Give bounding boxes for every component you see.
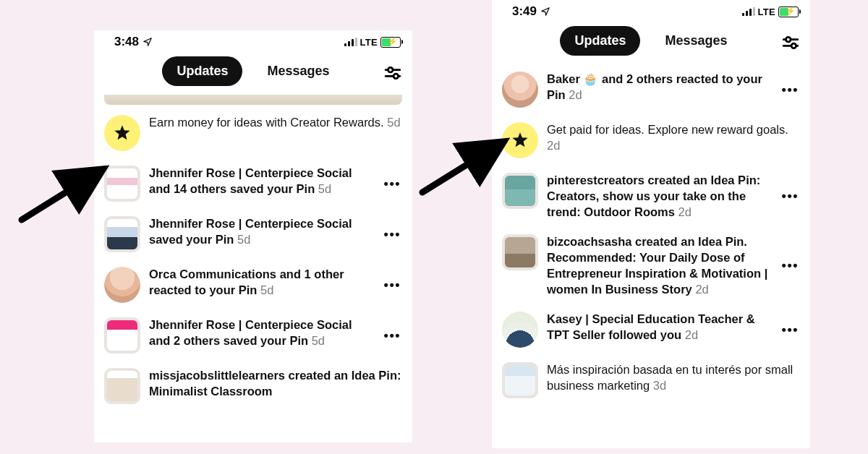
status-bar: 3:49 LTE ⚡ bbox=[492, 0, 810, 20]
svg-point-5 bbox=[786, 37, 791, 42]
notification-text: Orca Communications and 1 other reacted … bbox=[149, 267, 374, 299]
timestamp: 2d bbox=[685, 328, 698, 341]
tab-updates[interactable]: Updates bbox=[560, 26, 640, 56]
notification-row[interactable]: bizcoachsasha created an Idea Pin. Recom… bbox=[492, 227, 810, 304]
notification-row[interactable]: Baker 🧁 and 2 others reacted to your Pin… bbox=[492, 64, 810, 115]
notification-row[interactable]: missjacobslittlelearners created an Idea… bbox=[94, 361, 412, 411]
timestamp: 3d bbox=[653, 379, 666, 392]
timestamp: 2d bbox=[695, 283, 708, 296]
notification-text: Kasey | Special Education Teacher & TPT … bbox=[547, 312, 772, 343]
pin-thumb bbox=[502, 362, 538, 398]
status-bar: 3:48 LTE ⚡ bbox=[94, 30, 412, 51]
notification-row[interactable]: Orca Communications and 1 other reacted … bbox=[94, 260, 412, 310]
star-icon bbox=[104, 115, 140, 151]
more-button[interactable]: ••• bbox=[383, 328, 402, 343]
notification-list: Baker 🧁 and 2 others reacted to your Pin… bbox=[492, 64, 810, 408]
star-icon bbox=[502, 122, 538, 158]
notification-row[interactable]: Más inspiración basada en tu interés por… bbox=[492, 355, 810, 406]
timestamp: 2d bbox=[547, 139, 560, 152]
notification-row[interactable]: Jhennifer Rose | Centerpiece Social and … bbox=[94, 158, 412, 209]
phone-left: 3:48 LTE ⚡ Updates Messages Earn money f… bbox=[94, 30, 412, 442]
tab-messages[interactable]: Messages bbox=[650, 26, 741, 56]
notification-text: Get paid for ideas. Explore new reward g… bbox=[547, 122, 800, 154]
notification-row[interactable]: Jhennifer Rose | Centerpiece Social save… bbox=[94, 209, 412, 260]
tab-messages[interactable]: Messages bbox=[252, 56, 344, 86]
network-label: LTE bbox=[758, 7, 776, 17]
timestamp: 2d bbox=[678, 205, 692, 218]
pin-thumb bbox=[502, 173, 538, 209]
svg-point-3 bbox=[393, 74, 399, 79]
notification-text: missjacobslittlelearners created an Idea… bbox=[149, 368, 402, 400]
phone-right: 3:49 LTE ⚡ Updates Messages Baker 🧁 and … bbox=[492, 0, 810, 448]
tab-bar: Updates Messages bbox=[492, 20, 810, 64]
timestamp: 5d bbox=[318, 182, 331, 195]
more-button[interactable]: ••• bbox=[383, 176, 402, 192]
more-button[interactable]: ••• bbox=[780, 258, 800, 273]
clock: 3:48 bbox=[114, 35, 139, 49]
previous-item-peek bbox=[104, 95, 402, 105]
notification-row[interactable]: Jhennifer Rose | Centerpiece Social and … bbox=[94, 310, 412, 361]
timestamp: 2d bbox=[569, 88, 582, 101]
avatar-thumb bbox=[104, 267, 140, 303]
notification-text: Jhennifer Rose | Centerpiece Social save… bbox=[149, 216, 374, 248]
location-icon bbox=[142, 37, 153, 47]
signal-icon bbox=[344, 38, 357, 46]
pin-thumb bbox=[104, 216, 140, 252]
svg-line-8 bbox=[22, 172, 98, 220]
notification-text: pinterestcreators created an Idea Pin: C… bbox=[547, 173, 772, 220]
notification-text: bizcoachsasha created an Idea Pin. Recom… bbox=[547, 234, 772, 297]
svg-point-7 bbox=[791, 43, 796, 48]
timestamp: 5d bbox=[260, 283, 273, 296]
tab-bar: Updates Messages bbox=[94, 51, 412, 95]
notification-text: Jhennifer Rose | Centerpiece Social and … bbox=[149, 166, 374, 197]
network-label: LTE bbox=[360, 37, 378, 48]
more-button[interactable]: ••• bbox=[383, 227, 402, 242]
signal-icon bbox=[742, 7, 755, 16]
notification-list: Earn money for ideas with Creator Reward… bbox=[94, 108, 412, 414]
tab-updates[interactable]: Updates bbox=[162, 56, 242, 86]
notification-text: Más inspiración basada en tu interés por… bbox=[547, 362, 800, 394]
notification-text: Jhennifer Rose | Centerpiece Social and … bbox=[149, 317, 374, 349]
clock: 3:49 bbox=[512, 4, 537, 19]
avatar-thumb bbox=[502, 312, 538, 348]
more-button[interactable]: ••• bbox=[780, 322, 800, 338]
timestamp: 5d bbox=[387, 116, 400, 129]
filter-icon[interactable] bbox=[781, 33, 800, 52]
svg-point-1 bbox=[388, 67, 393, 72]
notification-row[interactable]: pinterestcreators created an Idea Pin: C… bbox=[492, 166, 810, 227]
more-button[interactable]: ••• bbox=[780, 189, 800, 204]
avatar-thumb bbox=[502, 72, 538, 108]
notification-text: Earn money for ideas with Creator Reward… bbox=[149, 115, 402, 131]
timestamp: 5d bbox=[237, 233, 250, 246]
battery-icon: ⚡ bbox=[380, 37, 401, 48]
notification-row[interactable]: Kasey | Special Education Teacher & TPT … bbox=[492, 304, 810, 355]
svg-line-9 bbox=[422, 145, 499, 192]
timestamp: 5d bbox=[312, 334, 325, 347]
filter-icon[interactable] bbox=[383, 64, 402, 82]
battery-icon: ⚡ bbox=[778, 7, 799, 17]
pin-thumb bbox=[104, 166, 140, 202]
location-icon bbox=[540, 7, 550, 17]
more-button[interactable]: ••• bbox=[383, 278, 402, 293]
notification-row[interactable]: Get paid for ideas. Explore new reward g… bbox=[492, 115, 810, 166]
pin-thumb bbox=[104, 368, 140, 404]
more-button[interactable]: ••• bbox=[780, 82, 800, 98]
notification-row[interactable]: Earn money for ideas with Creator Reward… bbox=[94, 108, 412, 158]
pin-thumb bbox=[502, 234, 538, 270]
pin-thumb bbox=[104, 317, 140, 354]
notification-text: Baker 🧁 and 2 others reacted to your Pin… bbox=[547, 72, 772, 103]
